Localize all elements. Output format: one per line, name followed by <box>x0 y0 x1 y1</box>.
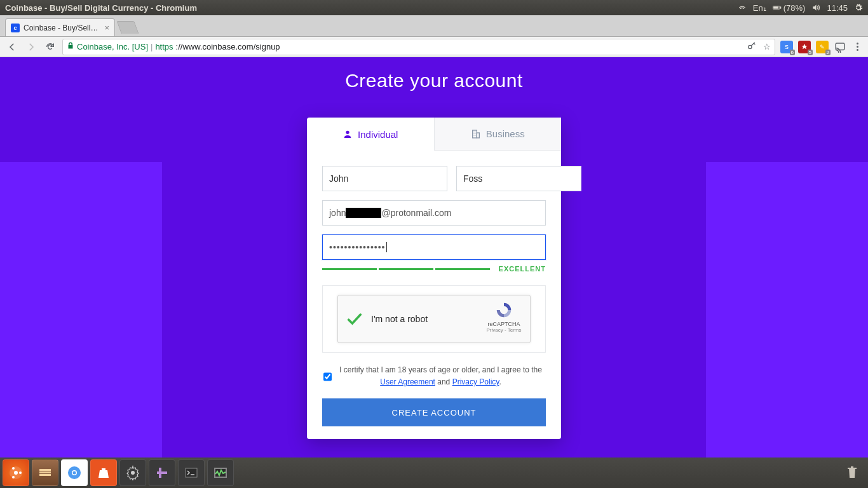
app-icon-6[interactable] <box>149 459 175 486</box>
tab-business-label: Business <box>486 128 525 139</box>
dash-icon[interactable] <box>3 459 29 486</box>
gear-icon[interactable] <box>854 3 863 12</box>
url-scheme: https <box>155 42 173 51</box>
text-cursor <box>386 242 387 252</box>
tab-individual-label: Individual <box>358 129 398 140</box>
keyboard-lang[interactable]: En₁ <box>753 3 766 13</box>
browser-toolbar: Coinbase, Inc. [US] | https://www.coinba… <box>0 37 868 57</box>
privacy-policy-link[interactable]: Privacy Policy <box>452 377 499 386</box>
first-name-field[interactable] <box>322 166 447 191</box>
svg-rect-21 <box>157 471 167 474</box>
trash-icon[interactable] <box>839 459 865 486</box>
password-field[interactable]: ••••••••••••••• <box>322 234 546 260</box>
strength-bar <box>322 268 490 270</box>
tab-close-icon[interactable]: × <box>104 23 109 32</box>
reload-button[interactable] <box>43 40 57 54</box>
forward-button[interactable] <box>24 40 38 54</box>
svg-point-9 <box>14 471 18 475</box>
os-menubar: Coinbase - Buy/Sell Digital Currency - C… <box>0 0 868 15</box>
url-path: ://www.coinbase.com/signup <box>176 42 280 51</box>
cast-icon[interactable] <box>834 41 846 53</box>
os-launcher <box>0 458 868 488</box>
chrome-menu-icon[interactable] <box>851 43 863 51</box>
system-monitor-icon[interactable] <box>207 459 234 486</box>
recaptcha-widget[interactable]: I'm not a robot reCAPTCHA Privacy - Term… <box>337 295 531 343</box>
email-field[interactable]: john@protonmail.com <box>322 200 546 226</box>
recaptcha-logo: reCAPTCHA Privacy - Terms <box>484 301 524 333</box>
svg-point-18 <box>73 471 76 475</box>
account-type-tabs: Individual Business <box>307 118 561 151</box>
svg-rect-22 <box>186 468 197 477</box>
captcha-label: I'm not a robot <box>371 314 428 324</box>
terminal-icon[interactable] <box>178 459 205 486</box>
age-certify-row: I certify that I am 18 years of age or o… <box>322 364 546 388</box>
building-icon <box>471 129 481 139</box>
new-tab-button[interactable] <box>116 21 139 34</box>
extension-1[interactable]: S6 <box>780 41 793 53</box>
svg-rect-14 <box>39 471 51 473</box>
svg-rect-15 <box>39 474 51 476</box>
browser-tabstrip: c Coinbase - Buy/Sell… × <box>0 15 868 37</box>
svg-rect-7 <box>477 133 479 138</box>
key-icon[interactable] <box>747 41 757 53</box>
svg-rect-13 <box>39 469 51 471</box>
captcha-checkmark-icon <box>346 310 363 328</box>
extension-icons: S6 5 ✎2 <box>780 41 846 53</box>
strength-label: EXCELLENT <box>499 265 546 273</box>
extension-2[interactable]: 5 <box>798 41 811 53</box>
software-store-icon[interactable] <box>90 459 117 486</box>
svg-rect-2 <box>774 7 778 8</box>
back-button[interactable] <box>5 40 19 54</box>
svg-point-12 <box>12 476 15 478</box>
svg-point-10 <box>19 471 22 474</box>
extension-3[interactable]: ✎2 <box>816 41 829 53</box>
wifi-icon[interactable] <box>738 3 747 12</box>
svg-rect-1 <box>780 7 780 8</box>
settings-app-icon[interactable] <box>119 459 146 486</box>
tab-business[interactable]: Business <box>434 118 562 151</box>
page-viewport: Create your account Individual Business … <box>0 57 868 458</box>
favicon-icon: c <box>11 24 20 32</box>
redacted-block <box>346 208 381 218</box>
files-icon[interactable] <box>32 459 58 486</box>
browser-tab-active[interactable]: c Coinbase - Buy/Sell… × <box>5 18 115 36</box>
certify-checkbox[interactable] <box>323 365 332 388</box>
window-title: Coinbase - Buy/Sell Digital Currency - C… <box>5 3 738 13</box>
decorative-right-block <box>706 162 868 458</box>
svg-point-11 <box>12 467 15 470</box>
decorative-left-block <box>0 162 162 458</box>
captcha-container: I'm not a robot reCAPTCHA Privacy - Term… <box>322 285 546 353</box>
create-account-button[interactable]: CREATE ACCOUNT <box>322 398 546 426</box>
signup-form: john@protonmail.com ••••••••••••••• EXCE… <box>307 151 561 439</box>
password-strength: EXCELLENT <box>322 265 546 273</box>
svg-point-5 <box>346 131 349 134</box>
lock-icon <box>67 42 74 51</box>
tab-individual[interactable]: Individual <box>307 118 434 151</box>
svg-point-3 <box>749 45 752 48</box>
address-bar[interactable]: Coinbase, Inc. [US] | https://www.coinba… <box>62 39 775 55</box>
person-icon <box>342 129 353 139</box>
chromium-icon[interactable] <box>61 459 88 486</box>
battery-indicator[interactable]: (78%) <box>773 3 806 13</box>
user-agreement-link[interactable]: User Agreement <box>380 377 435 386</box>
last-name-field[interactable] <box>456 166 581 191</box>
signup-card: Individual Business john@protonmail.com … <box>307 118 561 439</box>
svg-rect-6 <box>472 130 477 138</box>
bookmark-star-icon[interactable]: ☆ <box>763 42 771 51</box>
svg-rect-4 <box>836 43 844 50</box>
svg-point-19 <box>131 471 135 475</box>
page-title: Create your account <box>0 57 868 92</box>
tab-title: Coinbase - Buy/Sell… <box>24 24 98 32</box>
ev-cert-label: Coinbase, Inc. [US] <box>77 42 148 51</box>
clock[interactable]: 11:45 <box>827 3 848 13</box>
volume-icon[interactable] <box>811 3 820 12</box>
certify-text: I certify that I am 18 years of age or o… <box>337 364 545 388</box>
